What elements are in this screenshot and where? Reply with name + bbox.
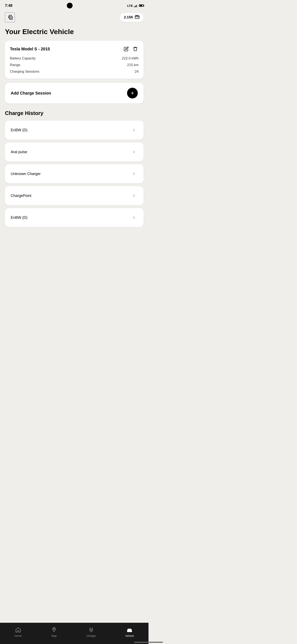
- svg-rect-0: [135, 16, 139, 18]
- range-value: 215 km: [127, 63, 139, 67]
- sessions-value: 24: [135, 70, 139, 74]
- lte-indicator: LTE: [127, 4, 133, 8]
- battery-icon: [139, 4, 144, 7]
- history-item-chevron[interactable]: [130, 126, 138, 134]
- history-item[interactable]: EnBW (D): [5, 208, 144, 227]
- history-item-label: EnBW (D): [11, 216, 27, 220]
- history-item-label: ChargePoint: [11, 194, 31, 198]
- status-time: 7:48: [5, 4, 12, 8]
- edit-vehicle-button[interactable]: [123, 46, 130, 52]
- sessions-label: Charging Sessions: [10, 70, 39, 74]
- balance-amount: 2.15K: [124, 15, 133, 20]
- history-item-label: Unknown Charger: [11, 172, 41, 176]
- add-session-button[interactable]: +: [127, 88, 138, 98]
- delete-vehicle-button[interactable]: [132, 46, 139, 52]
- history-item[interactable]: ChargePoint: [5, 186, 144, 205]
- battery-value: 222.0 kWh: [122, 56, 139, 60]
- vehicle-card: Tesla Model S - 2015 Batt: [5, 41, 144, 79]
- vehicle-card-header: Tesla Model S - 2015: [10, 46, 139, 52]
- history-item-chevron[interactable]: [130, 214, 138, 221]
- plus-icon: +: [131, 90, 134, 96]
- history-item[interactable]: Unknown Charger: [5, 164, 144, 183]
- range-row: Range 215 km: [10, 63, 139, 67]
- toolbar: 2.15K: [0, 10, 148, 24]
- camera-notch: [67, 3, 73, 8]
- history-item-chevron[interactable]: [130, 148, 138, 156]
- battery-capacity-row: Battery Capacity 222.0 kWh: [10, 56, 139, 60]
- page-title: Your Electric Vehicle: [5, 28, 144, 36]
- signal-icon: [134, 4, 138, 7]
- sessions-row: Charging Sessions 24: [10, 70, 139, 74]
- range-label: Range: [10, 63, 20, 67]
- history-item-label: Aral pulse: [11, 150, 27, 154]
- vehicle-name: Tesla Model S - 2015: [10, 47, 50, 52]
- history-item-label: EnBW (D): [11, 128, 27, 132]
- balance-button[interactable]: 2.15K: [120, 13, 144, 22]
- page-content: Your Electric Vehicle Tesla Model S - 20…: [0, 24, 148, 256]
- battery-label: Battery Capacity: [10, 56, 36, 60]
- settings-button[interactable]: [5, 12, 15, 22]
- history-item[interactable]: EnBW (D): [5, 120, 144, 140]
- add-session-card[interactable]: Add Charge Session +: [5, 83, 144, 104]
- history-item[interactable]: Aral pulse: [5, 142, 144, 162]
- vehicle-actions: [123, 46, 139, 52]
- add-session-label: Add Charge Session: [11, 91, 51, 96]
- status-bar: 7:48 LTE: [0, 0, 148, 10]
- charge-history-title: Charge History: [5, 110, 144, 116]
- history-item-chevron[interactable]: [130, 192, 138, 200]
- wallet-icon: [135, 15, 139, 20]
- history-item-chevron[interactable]: [130, 170, 138, 178]
- status-icons: LTE: [127, 4, 144, 8]
- charge-history-list: EnBW (D) Aral pulse Unknown Charger Ch: [5, 120, 144, 227]
